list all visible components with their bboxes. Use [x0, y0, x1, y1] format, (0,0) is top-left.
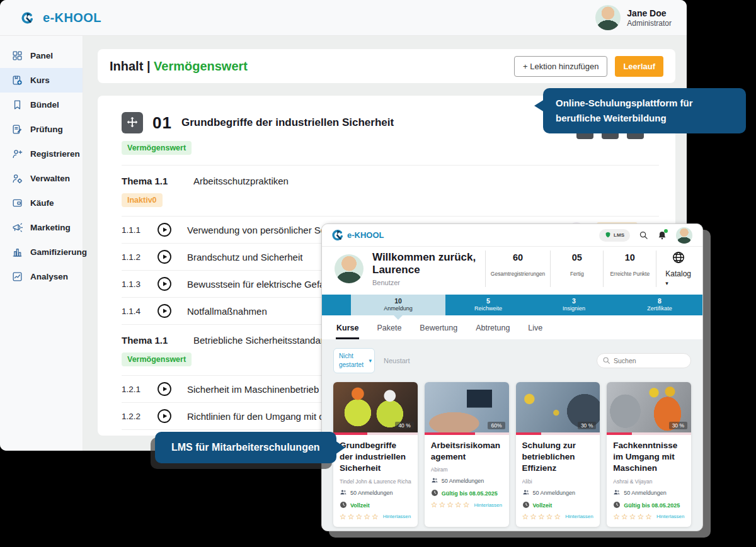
search-icon[interactable] — [639, 230, 648, 240]
enrollment-count: 50 Anmeldungen — [533, 490, 576, 496]
review-link[interactable]: Hinterlassen Sie Bewertung — [565, 514, 593, 519]
course-card-title: Grundbegriffe der industriellen Sicherhe… — [340, 440, 411, 475]
learner-avatar — [335, 254, 364, 283]
validity-text: Vollzeit — [533, 502, 553, 509]
play-icon[interactable] — [157, 409, 172, 424]
sidebar-item-panel[interactable]: Panel — [0, 43, 83, 68]
progress-tab-reichweite[interactable]: 5 Reichweite — [445, 295, 531, 315]
people-icon — [340, 488, 347, 497]
ekhool-logo-icon — [16, 7, 38, 28]
add-lesson-button[interactable]: + Lektion hinzufügen — [514, 56, 607, 77]
rating-stars[interactable]: ☆☆☆☆☆ — [340, 512, 380, 521]
lesson-title: Sicherheit im Maschinenbetrieb — [187, 384, 319, 395]
user-menu[interactable]: Jane Doe Administrator — [595, 5, 677, 30]
progress-tab-insignien[interactable]: 3 Insignien — [531, 295, 617, 315]
progress-percent-badge: 60% — [488, 422, 505, 429]
review-link[interactable]: Hinterlassen Sie Bewertung — [474, 502, 503, 508]
enrollment-count: 50 Anmeldungen — [442, 478, 484, 484]
clock-icon — [340, 501, 347, 510]
status-filter-dropdown[interactable]: Nicht gestartet ▾ — [333, 348, 375, 373]
lesson-number: 1.2.2 — [122, 412, 157, 421]
course-card[interactable]: 30 % Schulung zur betrieblichen Effizien… — [516, 382, 600, 527]
sidebar-item-buendel[interactable]: Bündel — [0, 93, 83, 117]
sidebar-item-registrieren[interactable]: Registrieren — [0, 142, 83, 166]
people-icon — [431, 477, 438, 485]
lesson-number: 1.1.3 — [122, 279, 157, 289]
course-card-title: Arbeitsrisikomanagement — [431, 440, 503, 463]
topic-title: Arbeitsschutzpraktiken — [193, 176, 289, 186]
content-header-bar: Inhalt | Vermögenswert + Lektion hinzufü… — [98, 49, 675, 83]
learner-brand-logo[interactable]: e-KHOOL — [332, 230, 384, 241]
course-image: 30 % — [607, 382, 691, 435]
drag-move-icon[interactable] — [122, 112, 143, 133]
review-link[interactable]: Hinterlassen Sie Bewertung — [383, 514, 411, 519]
tab-kurse[interactable]: Kurse — [336, 324, 359, 339]
course-card-title: Schulung zur betrieblichen Effizienz — [522, 440, 594, 475]
learner-avatar-small[interactable] — [676, 227, 692, 244]
stats-row: 60 Gesamtregistrierungen 05 Fertig 10 Er… — [485, 251, 656, 287]
rating-stars[interactable]: ☆☆☆☆☆ — [431, 500, 471, 509]
learner-window: e-KHOOL LMS Willkommen zurück, Laurence … — [321, 223, 703, 531]
lesson-title: Brandschutz und Sicherheit — [187, 252, 302, 262]
play-icon[interactable] — [157, 249, 172, 264]
people-icon — [613, 488, 621, 497]
user-name: Jane Doe — [627, 8, 672, 18]
rating-stars[interactable]: ☆☆☆☆☆ — [613, 512, 653, 521]
learner-content: Nicht gestartet ▾ Neustart 40 % Grundbeg… — [322, 339, 702, 531]
stat-label: Erreichte Punkte — [609, 270, 651, 278]
play-icon[interactable] — [157, 276, 172, 291]
sidebar-item-analysen[interactable]: Analysen — [0, 264, 83, 289]
lesson-title: Bewusstsein für elektrische Gefahre — [187, 279, 338, 290]
tab-abtretung[interactable]: Abtretung — [475, 324, 510, 339]
notification-bell-icon[interactable] — [657, 230, 667, 240]
progress-tab-zertifikate[interactable]: 8 Zertifikate — [617, 295, 702, 315]
learner-header: e-KHOOL LMS — [322, 224, 702, 247]
course-card[interactable]: 60% Arbeitsrisikomanagement Abiram 50 An… — [425, 382, 509, 527]
play-icon[interactable] — [157, 303, 172, 319]
play-icon[interactable] — [157, 381, 172, 397]
app-header: e-KHOOL Jane Doe Administrator — [0, 0, 687, 36]
topic-label: Thema 1.1 — [122, 335, 172, 346]
tab-pakete[interactable]: Pakete — [376, 324, 402, 339]
search-box — [597, 353, 691, 368]
progress-tab-anmeldung[interactable]: 10 Anmeldung — [351, 295, 445, 315]
user-avatar — [595, 5, 621, 30]
stat-label: Gesamtregistrierungen — [491, 270, 545, 278]
callout-online-platform: Online-Schulungsplattform für berufliche… — [543, 88, 746, 133]
progress-percent-badge: 30 % — [578, 422, 596, 429]
lms-pill[interactable]: LMS — [599, 229, 630, 242]
course-badge: Vermögenswert — [122, 141, 192, 155]
progress-bar — [333, 432, 418, 435]
play-icon[interactable] — [157, 222, 172, 237]
course-card[interactable]: 30 % Fachkenntnisse im Umgang mit Maschi… — [607, 382, 691, 527]
sidebar-item-pruefung[interactable]: Prüfung — [0, 117, 83, 142]
sidebar-item-gamifizierung[interactable]: Gamifizierung — [0, 240, 83, 264]
stat-label: Fertig — [556, 270, 598, 278]
search-input[interactable] — [597, 353, 691, 368]
rating-stars[interactable]: ☆☆☆☆☆ — [522, 512, 563, 521]
topic-badge: Vermögenswert — [122, 352, 192, 366]
catalog-dropdown[interactable]: Katalog ▾ — [656, 251, 692, 287]
sidebar-item-marketing[interactable]: Marketing — [0, 215, 83, 240]
stat-block: 10 Erreichte Punkte — [603, 251, 656, 287]
course-cards-grid: 40 % Grundbegriffe der industriellen Sic… — [333, 382, 691, 527]
review-link[interactable]: Hinterlassen Sie Bewertung — [656, 514, 685, 519]
sidebar-item-verwalten[interactable]: Verwalten — [0, 166, 83, 191]
globe-icon — [672, 251, 685, 267]
sidebar-item-kaeufe[interactable]: Käufe — [0, 191, 83, 215]
idle-button[interactable]: Leerlauf — [615, 56, 663, 77]
sidebar-item-kurs[interactable]: Kurs — [0, 68, 83, 93]
topic-badge: Inaktiv0 — [122, 193, 163, 207]
clock-icon — [613, 501, 621, 510]
clock-icon — [522, 501, 530, 510]
chevron-down-icon: ▾ — [369, 357, 372, 365]
validity-text: Vollzeit — [350, 502, 370, 509]
course-card[interactable]: 40 % Grundbegriffe der industriellen Sic… — [333, 382, 418, 527]
progress-percent-badge: 30 % — [669, 422, 687, 429]
lesson-number: 1.2.1 — [122, 385, 157, 394]
brand-logo[interactable]: e-KHOOL — [16, 7, 101, 28]
enrollment-count: 50 Anmeldungen — [624, 490, 667, 496]
tab-bewertung[interactable]: Bewertung — [419, 324, 458, 339]
user-role: Administrator — [627, 19, 672, 28]
tab-live[interactable]: Live — [527, 324, 543, 339]
